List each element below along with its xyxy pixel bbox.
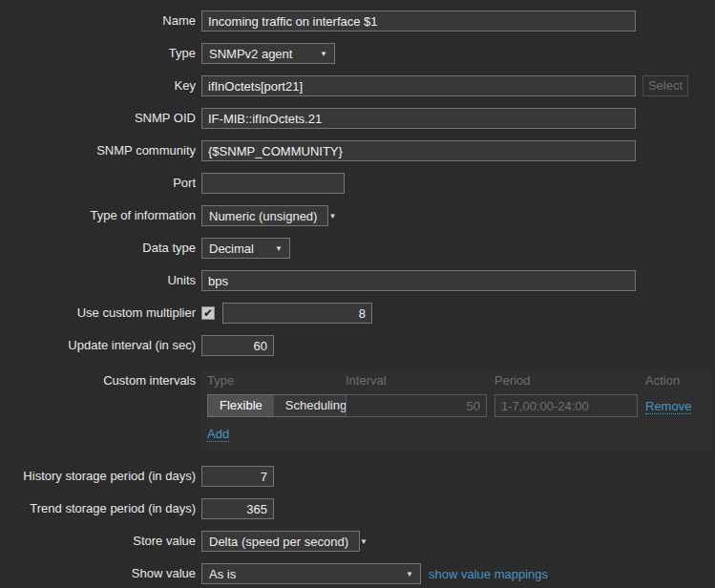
column-header-action: Action bbox=[645, 372, 711, 388]
key-label: Key bbox=[0, 75, 196, 96]
update-interval-input[interactable] bbox=[201, 335, 274, 356]
snmp-oid-label: SNMP OID bbox=[0, 108, 196, 129]
custom-interval-entry: Flexible Scheduling Remove bbox=[201, 394, 711, 417]
type-row: Type SNMPv2 agent ▼ bbox=[0, 43, 715, 64]
add-link[interactable]: Add bbox=[207, 427, 229, 442]
chevron-down-icon: ▼ bbox=[275, 244, 283, 253]
data-type-select[interactable]: Decimal ▼ bbox=[201, 238, 290, 259]
action-cell: Remove bbox=[645, 399, 711, 413]
show-value-select[interactable]: As is ▼ bbox=[201, 563, 421, 584]
custom-intervals-label: Custom intervals bbox=[0, 370, 196, 391]
column-header-period: Period bbox=[494, 372, 638, 388]
use-custom-multiplier-label: Use custom multiplier bbox=[0, 303, 196, 324]
port-label: Port bbox=[0, 173, 196, 194]
show-value-mappings-link[interactable]: show value mappings bbox=[429, 567, 548, 581]
custom-intervals-row: Custom intervals Type Interval Period Ac… bbox=[0, 370, 715, 451]
trend-storage-row: Trend storage period (in days) bbox=[0, 498, 715, 519]
trend-storage-input[interactable] bbox=[201, 498, 274, 519]
chevron-down-icon: ▼ bbox=[406, 570, 413, 578]
name-label: Name bbox=[0, 10, 196, 32]
port-input[interactable] bbox=[201, 173, 345, 194]
data-type-row: Data type Decimal ▼ bbox=[0, 238, 715, 259]
flexible-button[interactable]: Flexible bbox=[208, 395, 274, 416]
type-of-information-select[interactable]: Numeric (unsigned) ▼ bbox=[201, 205, 328, 226]
data-type-select-value: Decimal bbox=[209, 242, 263, 256]
name-input[interactable] bbox=[201, 10, 636, 32]
port-row: Port bbox=[0, 173, 715, 194]
history-storage-input[interactable] bbox=[201, 466, 274, 487]
show-value-label: Show value bbox=[0, 563, 196, 584]
column-header-interval: Interval bbox=[346, 372, 487, 388]
show-value-select-value: As is bbox=[209, 567, 394, 581]
history-storage-label: History storage period (in days) bbox=[0, 466, 196, 487]
key-input[interactable] bbox=[201, 75, 636, 96]
update-interval-label: Update interval (in sec) bbox=[0, 335, 196, 356]
key-row: Key Select bbox=[0, 75, 715, 96]
show-value-row: Show value As is ▼ show value mappings bbox=[0, 563, 715, 584]
use-custom-multiplier-row: Use custom multiplier ✔ bbox=[0, 303, 715, 324]
store-value-label: Store value bbox=[0, 531, 196, 552]
type-select[interactable]: SNMPv2 agent ▼ bbox=[201, 43, 335, 64]
snmp-oid-row: SNMP OID bbox=[0, 108, 715, 129]
interval-type-segmented-control: Flexible Scheduling bbox=[207, 394, 359, 417]
type-of-information-label: Type of information bbox=[0, 205, 196, 226]
history-storage-row: History storage period (in days) bbox=[0, 466, 715, 487]
units-label: Units bbox=[0, 270, 196, 291]
remove-link[interactable]: Remove bbox=[645, 399, 691, 414]
store-value-select-value: Delta (speed per second) bbox=[209, 535, 348, 549]
store-value-select[interactable]: Delta (speed per second) ▼ bbox=[201, 531, 360, 552]
period-input[interactable] bbox=[494, 394, 638, 417]
trend-storage-label: Trend storage period (in days) bbox=[0, 498, 196, 519]
chevron-down-icon: ▼ bbox=[360, 537, 368, 546]
custom-intervals-panel: Type Interval Period Action Flexible Sch… bbox=[201, 370, 711, 451]
snmp-community-label: SNMP community bbox=[0, 140, 196, 161]
name-row: Name bbox=[0, 10, 715, 32]
interval-input[interactable] bbox=[346, 394, 487, 417]
chevron-down-icon: ▼ bbox=[320, 50, 327, 58]
checkmark-icon: ✔ bbox=[203, 307, 213, 319]
snmp-community-input[interactable] bbox=[201, 140, 636, 161]
data-type-label: Data type bbox=[0, 238, 196, 259]
type-of-information-select-value: Numeric (unsigned) bbox=[209, 209, 317, 223]
type-select-value: SNMPv2 agent bbox=[209, 47, 308, 61]
units-row: Units bbox=[0, 270, 715, 291]
type-of-information-row: Type of information Numeric (unsigned) ▼ bbox=[0, 205, 715, 226]
interval-type-cell: Flexible Scheduling bbox=[201, 394, 346, 417]
custom-multiplier-input[interactable] bbox=[222, 303, 372, 324]
column-header-type: Type bbox=[201, 372, 346, 388]
custom-intervals-headers: Type Interval Period Action bbox=[201, 372, 711, 388]
key-select-button[interactable]: Select bbox=[642, 75, 688, 96]
snmp-oid-input[interactable] bbox=[201, 108, 636, 129]
snmp-community-row: SNMP community bbox=[0, 140, 715, 161]
update-interval-row: Update interval (in sec) bbox=[0, 335, 715, 356]
chevron-down-icon: ▼ bbox=[328, 212, 336, 220]
add-row: Add bbox=[201, 427, 711, 441]
item-configuration-form: Name Type SNMPv2 agent ▼ Key Select SNMP… bbox=[0, 0, 715, 584]
units-input[interactable] bbox=[201, 270, 636, 291]
store-value-row: Store value Delta (speed per second) ▼ bbox=[0, 531, 715, 552]
type-label: Type bbox=[0, 43, 196, 64]
use-custom-multiplier-checkbox[interactable]: ✔ bbox=[201, 306, 215, 320]
